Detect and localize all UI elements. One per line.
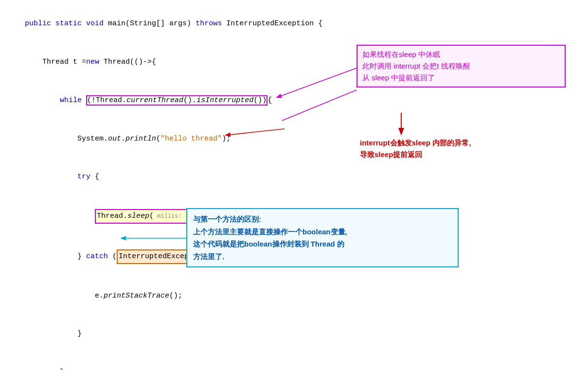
code-line-9: } — [7, 315, 581, 353]
annotation-line3: 从 sleep 中提前返回了 — [362, 73, 435, 82]
annotation-red-line2: 导致sleep提前返回 — [360, 150, 422, 159]
annotation-sleep-interrupt: 如果线程在sleep 中休眠 此时调用 interrupt 会把t 线程唤醒 从… — [356, 45, 566, 88]
code-line-10: } — [7, 353, 581, 370]
annotation-line2: 此时调用 interrupt 会把t 线程唤醒 — [362, 62, 470, 70]
code-line-5: try { — [7, 158, 581, 196]
code-line-1: public static void main(String[] args) t… — [7, 5, 581, 43]
annotation-cyan-line2: 上个方法里主要就是直接操作一个boolean变量, — [193, 228, 347, 236]
annotation-difference: 与第一个方法的区别: 上个方法里主要就是直接操作一个boolean变量, 这个代… — [186, 208, 459, 267]
annotation-cyan-line3: 这个代码就是把boolean操作封装到 Thread 的 — [193, 240, 344, 248]
annotation-cyan-line4: 方法里了. — [193, 252, 224, 261]
annotation-cyan-line1: 与第一个方法的区别: — [193, 215, 261, 223]
annotation-line1: 如果线程在sleep 中休眠 — [362, 50, 440, 58]
code-line-8: e.printStackTrace(); — [7, 277, 581, 315]
annotation-interrupt-sleep: interrupt会触发sleep 内部的异常, 导致sleep提前返回 — [360, 137, 554, 160]
annotation-red-line1: interrupt会触发sleep 内部的异常, — [360, 139, 471, 147]
